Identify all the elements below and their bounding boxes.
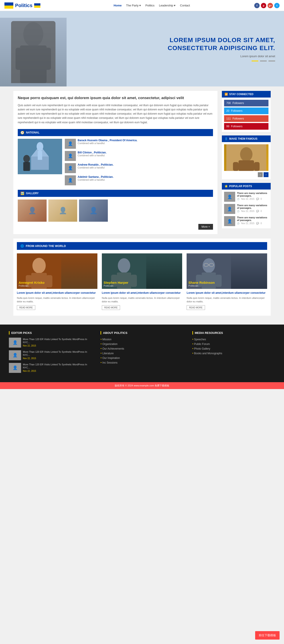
nav-politics[interactable]: Politics [145, 4, 154, 7]
stay-connected-label: STAY CONNECTED [229, 93, 253, 96]
post-thumb-0: 👤 [224, 192, 235, 202]
footer-post-0: 👤 More Than 120 ER Visits Linked To Synt… [9, 338, 92, 348]
person-star-icon: 👤 [224, 137, 228, 140]
read-more-btn-1[interactable]: READ MORE [102, 305, 120, 310]
main-content: Neque porro quisquam est, qui dolorem ip… [9, 86, 275, 320]
world-card-text-2: Nulla quis lorem neque, mattis venenatis… [187, 296, 267, 304]
gallery-person-0: 👤 [18, 200, 47, 222]
about-link-1[interactable]: Organization [101, 342, 183, 346]
facebook-followers[interactable]: 700 Followers [224, 100, 268, 106]
header: Politics Home The Party ▾ Politics Leade… [0, 0, 284, 11]
pinterest-followers[interactable]: 99 Followers [224, 123, 268, 130]
flag-icon-right [34, 3, 40, 8]
gallery-label: GALLERY [26, 192, 39, 195]
footer-about-politics: ABOUT POLITICS Mission Organization Our … [101, 331, 183, 376]
google-plus-icon[interactable]: g+ [267, 3, 273, 8]
popular-posts-list: 👤 There are many variations of passages.… [222, 190, 271, 228]
footer-editor-picks: EDITOR PICKS 👤 More Than 120 ER Visits L… [9, 331, 92, 376]
main-nav: Home The Party ▾ Politics Leadership ▾ C… [49, 4, 254, 7]
pinterest-icon[interactable]: p [261, 3, 266, 8]
stay-connected-header: 📶 STAY CONNECTED [222, 91, 271, 98]
nav-contact[interactable]: Contact [180, 4, 190, 7]
flag-yellow [5, 6, 13, 9]
footer-post-thumb-1: 👤 [9, 350, 21, 360]
facebook-icon[interactable]: f [254, 3, 259, 8]
world-card-name-0: Annegret Krisko [19, 281, 96, 284]
nav-party[interactable]: The Party ▾ [126, 4, 141, 7]
politician-thumb-2: 👤 [65, 163, 76, 173]
footer-post-title-2: More Than 120 ER Visits Linked To Synthe… [23, 363, 92, 369]
twitter-icon[interactable]: t [274, 3, 279, 8]
post-comments-1: 0 [261, 210, 262, 212]
wifi-icon: 📶 [224, 93, 228, 96]
about-link-2[interactable]: Our Achievements [101, 347, 183, 350]
article-body: Quis autem vel eum iure reprehenderit qu… [18, 103, 213, 124]
footer-post-date-0: Nov 22, 2015 [23, 344, 92, 347]
twitter-followers[interactable]: 20 Followers [224, 108, 268, 114]
famous-label: MAKE THEM FAMOUS [229, 137, 257, 140]
media-link-1[interactable]: Public Forum [192, 342, 275, 346]
politician-name-1: Bill Clinton , Politician. [78, 151, 107, 154]
svg-rect-13 [238, 160, 254, 171]
politician-name-0: Barack Hussein Obama , President Of Amer… [78, 139, 137, 142]
svg-rect-2 [16, 48, 23, 70]
nav-home[interactable]: Home [114, 4, 122, 7]
media-link-2[interactable]: Photo Gallery [192, 347, 275, 350]
watermark-text: 版权所有 © 2024 www.example.com 免费下载模板 [115, 384, 169, 387]
hero-section: LOREM IPSUM DOLOR SIT AMET, CONSECTETUR … [0, 11, 284, 86]
post-item-2: 👤 There are many variations of passages.… [224, 216, 268, 226]
carousel-prev[interactable]: ‹ [258, 172, 263, 177]
more-button[interactable]: More + [198, 224, 213, 230]
watermark: 版权所有 © 2024 www.example.com 免费下载模板 [0, 382, 284, 389]
about-link-4[interactable]: Our Inspiration [101, 356, 183, 360]
hero-dot-3[interactable] [268, 60, 275, 62]
gallery-item-2: 👤 [79, 200, 108, 222]
media-link-3[interactable]: Books and Monographs [192, 352, 275, 355]
hero-dot-2[interactable] [260, 60, 267, 62]
about-link-0[interactable]: Mission [101, 338, 183, 341]
world-card-text-1: Nulla quis lorem neque, mattis venenatis… [102, 296, 182, 304]
more-btn-area: More + [18, 224, 213, 230]
footer-post-info-2: More Than 120 ER Visits Linked To Synthe… [23, 363, 92, 373]
world-card-stephen: Stephen Harper Politician Lorem ipsum do… [102, 254, 182, 312]
media-link-0[interactable]: Speeches [192, 338, 275, 341]
world-card-body-2: Lorem ipsum dolor sit amet,interdum ulla… [187, 289, 267, 312]
gallery-person-2: 👤 [79, 200, 108, 222]
carousel-next[interactable]: › [263, 172, 268, 177]
famous-carousel: ‹ › [222, 142, 271, 179]
svg-rect-3 [43, 48, 51, 70]
footer-post-title-1: More Than 120 ER Visits Linked To Synthe… [23, 350, 92, 357]
svg-point-0 [23, 22, 43, 46]
gplus-followers[interactable]: 111 Followers [224, 115, 268, 122]
world-card-link-2[interactable]: Lorem ipsum dolor sit amet,interdum ulla… [187, 291, 267, 295]
footer-person-2: 👤 [9, 363, 21, 373]
world-card-link-1[interactable]: Lorem ipsum dolor sit amet,interdum ulla… [102, 291, 182, 295]
media-resources-title: MEDIA RESOURCES [192, 331, 275, 334]
left-column: Neque porro quisquam est, qui dolorem ip… [13, 91, 217, 234]
hero-person [11, 21, 56, 83]
national-content: 👤 Barack Hussein Obama , President Of Am… [18, 139, 213, 185]
hero-image [0, 18, 67, 86]
hero-text-block: LOREM IPSUM DOLOR SIT AMET, CONSECTETUR … [119, 36, 275, 62]
world-card-image-1: Stephen Harper Politician [102, 254, 182, 289]
about-link-5[interactable]: Inc Sessions [101, 361, 183, 364]
hero-dot-1[interactable] [252, 60, 258, 62]
person-icon-3: 👤 [65, 175, 76, 185]
svg-point-8 [37, 142, 43, 151]
footer-post-thumb-0: 👤 [9, 338, 21, 348]
politician-desc-1: Combined with a handful. [78, 154, 107, 157]
read-more-btn-2[interactable]: READ MORE [187, 305, 205, 310]
nav-leadership[interactable]: Leadership ▾ [159, 4, 175, 7]
make-them-famous-widget: 👤 MAKE THEM FAMOUS ‹ [222, 136, 271, 179]
politician-info-0: Barack Hussein Obama , President Of Amer… [78, 139, 137, 144]
world-card-link-0[interactable]: Lorem ipsum dolor sit amet,interdum ulla… [17, 291, 97, 295]
svg-point-17 [32, 258, 46, 273]
about-links-list: Mission Organization Our Achievements Li… [101, 338, 183, 364]
read-more-btn-0[interactable]: READ MORE [17, 305, 35, 310]
about-link-3[interactable]: Literature [101, 352, 183, 355]
popular-posts-label: POPULAR POSTS [229, 185, 252, 188]
politician-thumb-3: 👤 [65, 175, 76, 185]
footer-post-1: 👤 More Than 120 ER Visits Linked To Synt… [9, 350, 92, 360]
world-grid: Annegret Krisko Politician Lorem ipsum d… [17, 254, 267, 312]
post-thumb-1: 👤 [224, 204, 235, 214]
